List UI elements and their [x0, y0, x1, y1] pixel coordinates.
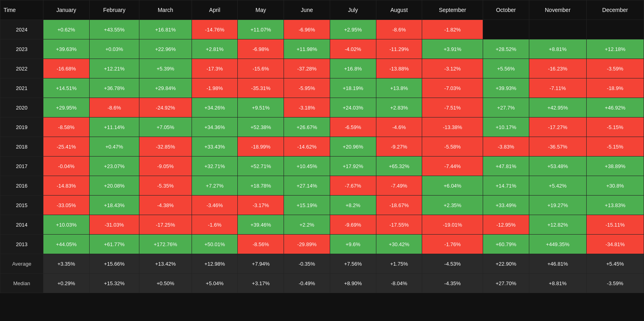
- footer-value-cell: +8.81%: [529, 274, 586, 293]
- footer-value-cell: +7.94%: [238, 254, 284, 274]
- value-cell: +10.03%: [43, 215, 90, 235]
- value-cell: +30.8%: [586, 176, 644, 196]
- value-cell: -11.29%: [376, 39, 422, 59]
- value-cell: +19.27%: [529, 196, 586, 215]
- value-cell: +172.76%: [139, 235, 192, 254]
- value-cell: +2.81%: [192, 39, 238, 59]
- value-cell: +10.45%: [284, 157, 330, 176]
- value-cell: -17.25%: [139, 215, 192, 235]
- value-cell: +23.07%: [89, 157, 139, 176]
- year-cell: 2023: [0, 39, 43, 59]
- footer-value-cell: -4.35%: [422, 274, 483, 293]
- footer-value-cell: -0.35%: [284, 254, 330, 274]
- value-cell: +60.79%: [483, 235, 529, 254]
- header-row: TimeJanuaryFebruaryMarchAprilMayJuneJuly…: [0, 0, 644, 20]
- value-cell: -32.85%: [139, 137, 192, 157]
- year-cell: 2017: [0, 157, 43, 176]
- value-cell: +11.07%: [238, 20, 284, 39]
- year-cell: 2020: [0, 98, 43, 117]
- header-cell-april: April: [192, 0, 238, 20]
- value-cell: +27.14%: [284, 176, 330, 196]
- value-cell: +38.89%: [586, 157, 644, 176]
- value-cell: +28.52%: [483, 39, 529, 59]
- value-cell: +20.08%: [89, 176, 139, 196]
- footer-value-cell: -0.49%: [284, 274, 330, 293]
- data-row: 2017-0.04%+23.07%-9.05%+32.71%+52.71%+10…: [0, 157, 644, 176]
- value-cell: +6.04%: [422, 176, 483, 196]
- data-row: 2021+14.51%+36.78%+29.84%-1.98%-35.31%-5…: [0, 78, 644, 98]
- year-cell: 2015: [0, 196, 43, 215]
- value-cell: +2.83%: [376, 98, 422, 117]
- value-cell: -1.6%: [192, 215, 238, 235]
- footer-value-cell: -8.04%: [376, 274, 422, 293]
- year-cell: 2021: [0, 78, 43, 98]
- data-row: 2015-33.05%+18.43%-4.38%-3.46%-3.17%+15.…: [0, 196, 644, 215]
- value-cell: -7.11%: [529, 78, 586, 98]
- value-cell: +12.18%: [586, 39, 644, 59]
- value-cell: -5.35%: [139, 176, 192, 196]
- value-cell: -18.67%: [376, 196, 422, 215]
- value-cell: -16.68%: [43, 59, 90, 78]
- value-cell: +16.81%: [139, 20, 192, 39]
- value-cell: -18.9%: [586, 78, 644, 98]
- value-cell: [529, 20, 586, 39]
- header-cell-july: July: [330, 0, 376, 20]
- footer-row: Average+3.35%+15.66%+13.42%+12.98%+7.94%…: [0, 254, 644, 274]
- value-cell: -7.51%: [422, 98, 483, 117]
- value-cell: -3.17%: [238, 196, 284, 215]
- value-cell: -15.11%: [586, 215, 644, 235]
- value-cell: -6.98%: [238, 39, 284, 59]
- value-cell: +17.92%: [330, 157, 376, 176]
- data-row: 2022-16.68%+12.21%+5.39%-17.3%-15.6%-37.…: [0, 59, 644, 78]
- value-cell: -7.67%: [330, 176, 376, 196]
- value-cell: [483, 20, 529, 39]
- year-cell: 2018: [0, 137, 43, 157]
- value-cell: +52.38%: [238, 117, 284, 137]
- value-cell: -6.96%: [284, 20, 330, 39]
- value-cell: -9.69%: [330, 215, 376, 235]
- data-row: 2024+0.62%+43.55%+16.81%-14.76%+11.07%-6…: [0, 20, 644, 39]
- value-cell: +0.62%: [43, 20, 90, 39]
- value-cell: +2.2%: [284, 215, 330, 235]
- value-cell: +11.14%: [89, 117, 139, 137]
- value-cell: +13.83%: [586, 196, 644, 215]
- footer-value-cell: +27.70%: [483, 274, 529, 293]
- data-row: 2013+44.05%+61.77%+172.76%+50.01%-8.56%-…: [0, 235, 644, 254]
- header-cell-january: January: [43, 0, 90, 20]
- value-cell: +0.47%: [89, 137, 139, 157]
- value-cell: +20.96%: [330, 137, 376, 157]
- value-cell: +14.51%: [43, 78, 90, 98]
- value-cell: +39.63%: [43, 39, 90, 59]
- header-cell-december: December: [586, 0, 644, 20]
- footer-value-cell: +12.98%: [192, 254, 238, 274]
- value-cell: -14.76%: [192, 20, 238, 39]
- value-cell: +33.43%: [192, 137, 238, 157]
- footer-value-cell: +22.90%: [483, 254, 529, 274]
- value-cell: +449.35%: [529, 235, 586, 254]
- value-cell: -7.44%: [422, 157, 483, 176]
- value-cell: +46.92%: [586, 98, 644, 117]
- year-cell: 2013: [0, 235, 43, 254]
- value-cell: -9.27%: [376, 137, 422, 157]
- data-row: 2019-8.58%+11.14%+7.05%+34.36%+52.38%+26…: [0, 117, 644, 137]
- footer-value-cell: +3.17%: [238, 274, 284, 293]
- value-cell: +39.46%: [238, 215, 284, 235]
- value-cell: -3.46%: [192, 196, 238, 215]
- data-row: 2014+10.03%-31.03%-17.25%-1.6%+39.46%+2.…: [0, 215, 644, 235]
- value-cell: +47.81%: [483, 157, 529, 176]
- value-cell: +29.95%: [43, 98, 90, 117]
- value-cell: -24.92%: [139, 98, 192, 117]
- header-cell-november: November: [529, 0, 586, 20]
- value-cell: -19.01%: [422, 215, 483, 235]
- value-cell: +32.71%: [192, 157, 238, 176]
- value-cell: +8.81%: [529, 39, 586, 59]
- value-cell: -4.6%: [376, 117, 422, 137]
- value-cell: -5.58%: [422, 137, 483, 157]
- value-cell: -13.38%: [422, 117, 483, 137]
- value-cell: -3.83%: [483, 137, 529, 157]
- header-cell-time: Time: [0, 0, 43, 20]
- value-cell: -1.98%: [192, 78, 238, 98]
- value-cell: -17.3%: [192, 59, 238, 78]
- value-cell: -18.99%: [238, 137, 284, 157]
- year-cell: 2019: [0, 117, 43, 137]
